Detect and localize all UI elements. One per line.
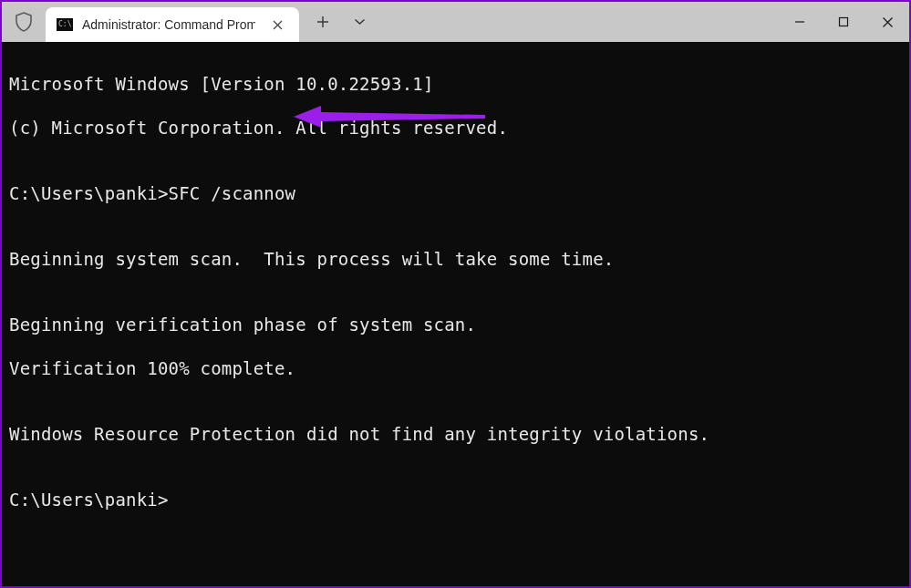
window-frame: C:\ Administrator: Command Promp	[2, 2, 909, 586]
minimize-button[interactable]	[778, 2, 822, 42]
window-controls	[778, 2, 909, 42]
terminal-line: Beginning verification phase of system s…	[9, 314, 902, 335]
svg-rect-5	[840, 18, 848, 26]
shield-icon	[15, 12, 33, 32]
terminal-line: (c) Microsoft Corporation. All rights re…	[9, 117, 902, 139]
terminal-line: C:\Users\panki>	[9, 489, 902, 511]
terminal-line: Microsoft Windows [Version 10.0.22593.1]	[9, 73, 902, 95]
minimize-icon	[794, 16, 805, 27]
maximize-icon	[838, 16, 849, 27]
new-tab-button[interactable]	[305, 4, 341, 40]
terminal-line: C:\Users\panki>SFC /scannow	[9, 182, 902, 204]
plus-icon	[316, 15, 329, 28]
close-icon	[273, 20, 283, 30]
terminal-line: Windows Resource Protection did not find…	[9, 423, 902, 445]
maximize-button[interactable]	[822, 2, 865, 42]
chevron-down-icon	[354, 18, 366, 26]
tab-title: Administrator: Command Promp	[82, 17, 255, 32]
terminal-content[interactable]: Microsoft Windows [Version 10.0.22593.1]…	[2, 42, 909, 586]
tab-dropdown-button[interactable]	[341, 4, 378, 40]
tab-actions	[299, 2, 378, 42]
tab-active[interactable]: C:\ Administrator: Command Promp	[46, 7, 299, 42]
tab-close-button[interactable]	[264, 12, 290, 37]
close-window-button[interactable]	[865, 2, 909, 42]
close-icon	[882, 16, 894, 28]
cmd-icon: C:\	[57, 18, 73, 31]
terminal-line: Verification 100% complete.	[9, 357, 902, 379]
window-icon-area	[2, 2, 46, 42]
terminal-line: Beginning system scan. This process will…	[9, 248, 902, 270]
titlebar[interactable]: C:\ Administrator: Command Promp	[2, 2, 909, 42]
